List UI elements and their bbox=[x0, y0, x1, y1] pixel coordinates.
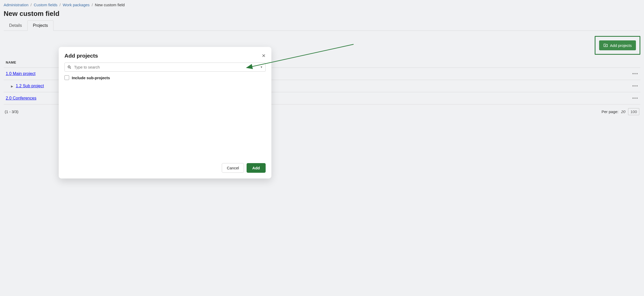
svg-point-2 bbox=[68, 66, 70, 68]
breadcrumb-current: New custom field bbox=[95, 3, 125, 7]
chevron-down-icon[interactable]: ▼ bbox=[260, 66, 263, 69]
breadcrumb-separator: / bbox=[31, 3, 32, 7]
breadcrumb-separator: / bbox=[59, 3, 61, 7]
tab-projects[interactable]: Projects bbox=[27, 20, 53, 31]
more-actions-icon[interactable]: ••• bbox=[632, 84, 638, 88]
project-link[interactable]: 1.0 Main project bbox=[6, 71, 35, 76]
include-subprojects-label[interactable]: Include sub-projects bbox=[72, 76, 110, 80]
add-projects-button[interactable]: Add projects bbox=[599, 40, 636, 50]
per-page-option-current[interactable]: 20 bbox=[621, 109, 625, 114]
breadcrumb-separator: / bbox=[92, 3, 93, 7]
close-icon[interactable]: ✕ bbox=[262, 53, 266, 59]
page-title: New custom field bbox=[4, 10, 640, 18]
modal-title: Add projects bbox=[64, 53, 98, 59]
breadcrumb-link-work-packages[interactable]: Work packages bbox=[63, 3, 90, 7]
more-actions-icon[interactable]: ••• bbox=[632, 96, 638, 100]
more-actions-icon[interactable]: ••• bbox=[632, 71, 638, 76]
tabs: Details Projects bbox=[4, 20, 640, 31]
add-project-icon bbox=[603, 43, 608, 48]
search-input[interactable] bbox=[74, 65, 258, 69]
svg-line-3 bbox=[70, 68, 71, 69]
per-page-option[interactable]: 100 bbox=[628, 108, 639, 115]
pagination-range: (1 - 3/3) bbox=[5, 109, 19, 114]
per-page-label: Per page: bbox=[601, 109, 618, 114]
project-link[interactable]: 1.2 Sub project bbox=[16, 84, 44, 88]
project-link[interactable]: 2.0 Conferences bbox=[6, 96, 36, 100]
include-subprojects-checkbox[interactable] bbox=[64, 75, 69, 80]
add-projects-modal: Add projects ✕ ▼ Include sub-projects Ca… bbox=[59, 47, 271, 178]
add-projects-button-label: Add projects bbox=[610, 43, 632, 48]
cancel-button[interactable]: Cancel bbox=[222, 163, 244, 173]
callout-highlight: Add projects bbox=[595, 36, 640, 55]
search-icon bbox=[67, 65, 71, 69]
add-button[interactable]: Add bbox=[247, 163, 266, 173]
breadcrumb: Administration / Custom fields / Work pa… bbox=[4, 3, 640, 7]
expand-toggle-icon[interactable]: ▶ bbox=[11, 85, 13, 88]
project-search-combobox[interactable]: ▼ bbox=[64, 63, 266, 72]
breadcrumb-link-administration[interactable]: Administration bbox=[4, 3, 28, 7]
tab-details[interactable]: Details bbox=[4, 20, 27, 30]
breadcrumb-link-custom-fields[interactable]: Custom fields bbox=[34, 3, 57, 7]
